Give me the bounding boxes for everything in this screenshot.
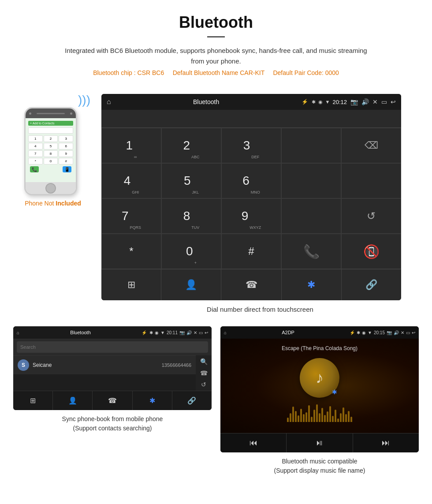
music-bg: Escape (The Pina Colada Song) ♪ ✱ <box>220 339 419 433</box>
music-mini-screen: ⌂ A2DP ⚡ ✱ ◉ ▼ 20:15 📷 🔊 ✕ ▭ ↩ Escape (T… <box>220 326 419 452</box>
toolbar-link-btn[interactable]: 🔗 <box>342 269 401 300</box>
car-home-icon: ⌂ <box>107 98 111 106</box>
pb-toolbar-phone[interactable]: ☎ <box>93 391 132 410</box>
phone-not-label-included: Included <box>56 200 81 207</box>
car-screen-title: Bluetooth <box>115 98 298 105</box>
toolbar-bluetooth-btn[interactable]: ✱ <box>282 269 342 300</box>
phone-not-included-label: Phone Not Included <box>25 200 81 207</box>
dial-key-8[interactable]: 8 TUV <box>161 198 221 234</box>
music-prev-btn[interactable]: ⏮ <box>220 433 287 452</box>
dial-key-1[interactable]: 1 ∞ <box>101 128 161 163</box>
reload-icon: ↺ <box>367 210 376 222</box>
phonebook-caption: Sync phone-book from mobile phone(Suppor… <box>62 414 163 433</box>
phone-body: + Add to Contacts 1 2 3 4 5 6 7 8 9 * 0 <box>24 107 77 195</box>
pb-vol-icon: 🔊 <box>186 330 192 335</box>
music-album-art: ♪ ✱ <box>300 358 339 398</box>
music-caption: Bluetooth music compatible(Support displ… <box>274 457 365 475</box>
header-description: Integrated with BC6 Bluetooth module, su… <box>62 45 370 67</box>
car-screen-container: ⌂ Bluetooth ⚡ ✱ ◉ ▼ 20:12 📷 🔊 ✕ ▭ ↩ <box>101 94 419 322</box>
dial-empty-3 <box>341 163 401 198</box>
pb-time: 20:11 <box>167 330 178 335</box>
car-status-icons: ✱ ◉ ▼ 20:12 <box>312 99 347 105</box>
phone-key-6: 6 <box>59 143 73 149</box>
pb-call-action-icon[interactable]: ☎ <box>200 370 208 377</box>
phone-screen-header: + Add to Contacts <box>28 121 73 126</box>
dial-caption: Dial number direct from touchscreen <box>101 306 419 313</box>
car-bottom-toolbar: ⊞ 👤 ☎ ✱ 🔗 <box>101 269 401 300</box>
phone-dot <box>29 112 31 115</box>
car-dial-screen: ⌂ Bluetooth ⚡ ✱ ◉ ▼ 20:12 📷 🔊 ✕ ▭ ↩ <box>101 94 401 300</box>
car-time: 20:12 <box>332 99 347 105</box>
phone-call-row: 📞 📱 <box>28 166 73 172</box>
dial-key-7[interactable]: 7 PQRS <box>101 198 161 234</box>
dial-key-star[interactable]: * <box>101 234 161 269</box>
pb-bt-icon: ✱ <box>149 330 153 335</box>
pb-search-action-icon[interactable]: 🔍 <box>200 358 208 365</box>
music-song-title: Escape (The Pina Colada Song) <box>282 345 358 351</box>
call-green-icon: 📞 <box>303 244 320 259</box>
car-close-icon: ✕ <box>372 98 378 105</box>
phone-bottom-bar <box>26 182 76 194</box>
toolbar-contacts-btn[interactable]: 👤 <box>161 269 221 300</box>
music-next-btn[interactable]: ⏭ <box>353 433 419 452</box>
music-item: ⌂ A2DP ⚡ ✱ ◉ ▼ 20:15 📷 🔊 ✕ ▭ ↩ Escape (T… <box>220 326 419 475</box>
dial-key-6[interactable]: 6 MNO <box>221 163 281 198</box>
phone-key-2: 2 <box>44 135 58 142</box>
pb-toolbar-bluetooth[interactable]: ✱ <box>133 391 172 410</box>
pb-screen-title: Bluetooth <box>22 330 139 335</box>
music-play-pause-btn[interactable]: ⏯ <box>287 433 353 452</box>
car-back-icon: ↩ <box>391 98 396 105</box>
header-specs: Bluetooth chip : CSR BC6 Default Bluetoo… <box>9 69 423 76</box>
music-vol-icon: 🔊 <box>394 330 399 335</box>
dial-reload-btn[interactable]: ↺ <box>341 198 401 234</box>
header-divider <box>207 36 225 37</box>
toolbar-phone-btn[interactable]: ☎ <box>221 269 281 300</box>
dial-key-3[interactable]: 3 DEF <box>221 128 281 163</box>
pb-toolbar-contacts[interactable]: 👤 <box>53 391 93 410</box>
dial-call-green-btn[interactable]: 📞 <box>281 234 341 269</box>
music-status-bar: ⌂ A2DP ⚡ ✱ ◉ ▼ 20:15 📷 🔊 ✕ ▭ ↩ <box>220 326 419 339</box>
pb-reload-action-icon[interactable]: ↺ <box>201 381 206 388</box>
music-usb-icon: ⚡ <box>350 330 355 335</box>
phone-screen: + Add to Contacts 1 2 3 4 5 6 7 8 9 * 0 <box>26 118 76 182</box>
pb-contact-name: Seicane <box>33 362 52 368</box>
spec-pair: Default Pair Code: 0000 <box>273 69 339 76</box>
music-scr-icon: ▭ <box>406 330 410 335</box>
pb-back-icon: ↩ <box>205 330 208 335</box>
phone-container: ))) + Add to Contacts 1 2 3 4 5 <box>13 94 93 207</box>
dial-key-5[interactable]: 5 JKL <box>161 163 221 198</box>
pb-toolbar-link[interactable]: 🔗 <box>172 391 212 410</box>
backspace-icon: ⌫ <box>365 140 378 151</box>
dialpad-grid[interactable]: 1 ∞ 2 ABC 3 DEF ⌫ 4 GHI <box>101 127 401 269</box>
number-display-row <box>101 110 401 127</box>
phone-key-7: 7 <box>28 150 43 157</box>
car-bt-icon: ✱ <box>312 99 316 105</box>
dial-key-0[interactable]: 0 + <box>161 234 221 269</box>
pb-search-input[interactable] <box>17 341 208 353</box>
car-status-bar: ⌂ Bluetooth ⚡ ✱ ◉ ▼ 20:12 📷 🔊 ✕ ▭ ↩ <box>101 94 401 110</box>
pb-contact-row[interactable]: S Seicane 13566664466 <box>13 355 196 374</box>
music-sig-icon: ▼ <box>368 330 372 335</box>
music-toolbar: ⏮ ⏯ ⏭ <box>220 433 419 452</box>
page-header: Bluetooth Integrated with BC6 Bluetooth … <box>0 0 432 90</box>
phone-key-1: 1 <box>28 135 43 142</box>
spec-name: Default Bluetooth Name CAR-KIT <box>173 69 264 76</box>
phone-not-label-orange: Phone Not <box>25 200 54 207</box>
dial-key-9[interactable]: 9 WXYZ <box>221 198 281 234</box>
car-location-icon: ◉ <box>318 99 323 105</box>
music-home-icon: ⌂ <box>224 330 227 335</box>
toolbar-dialpad-btn[interactable]: ⊞ <box>101 269 161 300</box>
pb-toolbar-dialpad[interactable]: ⊞ <box>13 391 53 410</box>
pb-toolbar: ⊞ 👤 ☎ ✱ 🔗 <box>13 391 212 410</box>
phone-key-9: 9 <box>59 150 73 157</box>
dial-key-2[interactable]: 2 ABC <box>161 128 221 163</box>
dial-call-red-btn[interactable]: 📵 <box>341 234 401 269</box>
dial-empty-2 <box>281 163 341 198</box>
dial-key-hash[interactable]: # <box>221 234 281 269</box>
phone-key-hash: # <box>59 158 73 164</box>
dial-backspace-btn[interactable]: ⌫ <box>341 128 401 163</box>
phone-wrapper: ))) + Add to Contacts 1 2 3 4 5 <box>24 107 82 195</box>
car-action-icons: 📷 🔊 ✕ ▭ ↩ <box>350 98 396 105</box>
dial-key-4[interactable]: 4 GHI <box>101 163 161 198</box>
bluetooth-waves-icon: ))) <box>78 94 90 106</box>
